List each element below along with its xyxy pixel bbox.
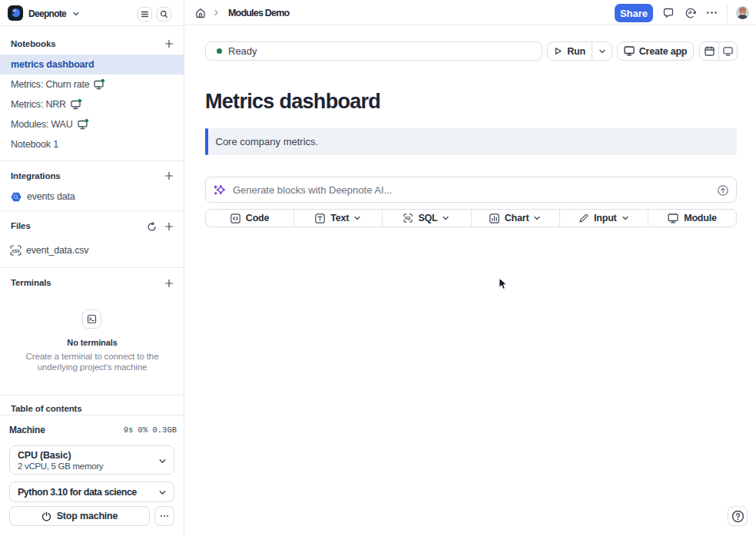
svg-text:csv: csv bbox=[12, 248, 20, 253]
svg-text:SQL: SQL bbox=[405, 217, 412, 220]
